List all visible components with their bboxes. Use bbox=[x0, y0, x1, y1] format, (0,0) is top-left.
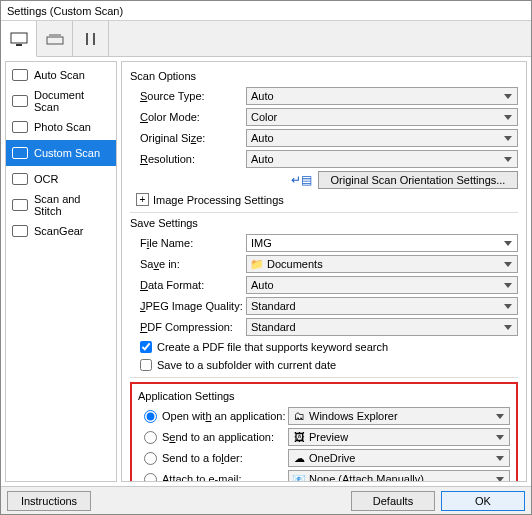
explorer-icon: 🗂 bbox=[293, 410, 305, 422]
sidebar-label: ScanGear bbox=[34, 225, 84, 237]
attach-email-label: Attach to e-mail: bbox=[162, 473, 288, 482]
send-app-combo[interactable]: 🖼Preview bbox=[288, 428, 510, 446]
keyword-search-checkbox[interactable]: Create a PDF file that supports keyword … bbox=[140, 339, 518, 355]
resolution-label: Resolution: bbox=[140, 153, 246, 165]
data-format-combo[interactable]: Auto bbox=[246, 276, 518, 294]
attach-email-radio[interactable] bbox=[144, 473, 157, 483]
file-name-label: File Name: bbox=[140, 237, 246, 249]
orientation-icon: ↵▤ bbox=[291, 173, 312, 187]
sidebar-label: Photo Scan bbox=[34, 121, 91, 133]
plus-icon: + bbox=[136, 193, 149, 206]
image-processing-label: Image Processing Settings bbox=[153, 194, 284, 206]
ok-button[interactable]: OK bbox=[441, 491, 525, 511]
sidebar-item-custom-scan[interactable]: Custom Scan bbox=[6, 140, 116, 166]
jpeg-quality-combo[interactable]: Standard bbox=[246, 297, 518, 315]
sidebar-item-auto-scan[interactable]: Auto Scan bbox=[6, 62, 116, 88]
sidebar-item-photo-scan[interactable]: Photo Scan bbox=[6, 114, 116, 140]
source-type-combo[interactable]: Auto bbox=[246, 87, 518, 105]
sidebar-label: Scan and Stitch bbox=[34, 193, 110, 217]
tab-general-settings[interactable] bbox=[73, 21, 109, 57]
footer: Instructions Defaults OK bbox=[1, 486, 531, 514]
svg-rect-2 bbox=[47, 37, 63, 44]
sidebar-item-scangear[interactable]: ScanGear bbox=[6, 218, 116, 244]
sidebar-label: Document Scan bbox=[34, 89, 110, 113]
jpeg-quality-label: JPEG Image Quality: bbox=[140, 300, 246, 312]
auto-scan-icon bbox=[12, 69, 28, 81]
scanner-icon bbox=[45, 31, 65, 47]
sidebar-item-document-scan[interactable]: Document Scan bbox=[6, 88, 116, 114]
scan-options-heading: Scan Options bbox=[130, 70, 518, 82]
title-bar: Settings (Custom Scan) bbox=[1, 1, 531, 21]
color-mode-combo[interactable]: Color bbox=[246, 108, 518, 126]
color-mode-label: Color Mode: bbox=[140, 111, 246, 123]
save-settings-heading: Save Settings bbox=[130, 217, 518, 229]
save-in-label: Save in: bbox=[140, 258, 246, 270]
send-app-label: Send to an application: bbox=[162, 431, 288, 443]
save-in-combo[interactable]: 📁Documents bbox=[246, 255, 518, 273]
sidebar-item-scan-and-stitch[interactable]: Scan and Stitch bbox=[6, 192, 116, 218]
sidebar-label: Custom Scan bbox=[34, 147, 100, 159]
pdf-compression-combo[interactable]: Standard bbox=[246, 318, 518, 336]
defaults-button[interactable]: Defaults bbox=[351, 491, 435, 511]
tab-scan-from-computer[interactable] bbox=[1, 21, 37, 57]
open-with-label: Open with an application: bbox=[162, 410, 288, 422]
original-size-label: Original Size: bbox=[140, 132, 246, 144]
orientation-settings-button[interactable]: Original Scan Orientation Settings... bbox=[318, 171, 518, 189]
file-name-combo[interactable]: IMG bbox=[246, 234, 518, 252]
pdf-compression-label: PDF Compression: bbox=[140, 321, 246, 333]
ocr-icon bbox=[12, 173, 28, 185]
svg-rect-0 bbox=[11, 33, 27, 43]
window-title: Settings (Custom Scan) bbox=[7, 5, 123, 17]
original-size-combo[interactable]: Auto bbox=[246, 129, 518, 147]
document-scan-icon bbox=[12, 95, 28, 107]
send-app-radio[interactable] bbox=[144, 431, 157, 444]
instructions-button[interactable]: Instructions bbox=[7, 491, 91, 511]
mail-icon: 📧 bbox=[293, 473, 305, 482]
divider bbox=[130, 212, 518, 213]
folder-icon: 📁 bbox=[251, 258, 263, 270]
resolution-combo[interactable]: Auto bbox=[246, 150, 518, 168]
divider bbox=[130, 377, 518, 378]
image-processing-expander[interactable]: + Image Processing Settings bbox=[136, 193, 518, 206]
stitch-icon bbox=[12, 199, 28, 211]
open-with-combo[interactable]: 🗂Windows Explorer bbox=[288, 407, 510, 425]
tools-icon bbox=[81, 31, 101, 47]
tab-scan-from-panel[interactable] bbox=[37, 21, 73, 57]
svg-rect-1 bbox=[16, 44, 22, 46]
send-folder-radio[interactable] bbox=[144, 452, 157, 465]
toolbar bbox=[1, 21, 531, 57]
source-type-label: Source Type: bbox=[140, 90, 246, 102]
sidebar-label: Auto Scan bbox=[34, 69, 85, 81]
scangear-icon bbox=[12, 225, 28, 237]
content-pane: Scan Options Source Type:Auto Color Mode… bbox=[121, 61, 527, 482]
subfolder-date-checkbox[interactable]: Save to a subfolder with current date bbox=[140, 357, 518, 373]
send-folder-label: Send to a folder: bbox=[162, 452, 288, 464]
send-folder-combo[interactable]: ☁OneDrive bbox=[288, 449, 510, 467]
photo-scan-icon bbox=[12, 121, 28, 133]
open-with-radio[interactable] bbox=[144, 410, 157, 423]
application-settings-heading: Application Settings bbox=[138, 390, 510, 402]
monitor-icon bbox=[9, 31, 29, 47]
sidebar: Auto Scan Document Scan Photo Scan Custo… bbox=[5, 61, 117, 482]
attach-email-combo[interactable]: 📧None (Attach Manually) bbox=[288, 470, 510, 482]
data-format-label: Data Format: bbox=[140, 279, 246, 291]
sidebar-label: OCR bbox=[34, 173, 58, 185]
sidebar-item-ocr[interactable]: OCR bbox=[6, 166, 116, 192]
application-settings-group: Application Settings Open with an applic… bbox=[130, 382, 518, 482]
preview-icon: 🖼 bbox=[293, 431, 305, 443]
onedrive-icon: ☁ bbox=[293, 452, 305, 464]
custom-scan-icon bbox=[12, 147, 28, 159]
